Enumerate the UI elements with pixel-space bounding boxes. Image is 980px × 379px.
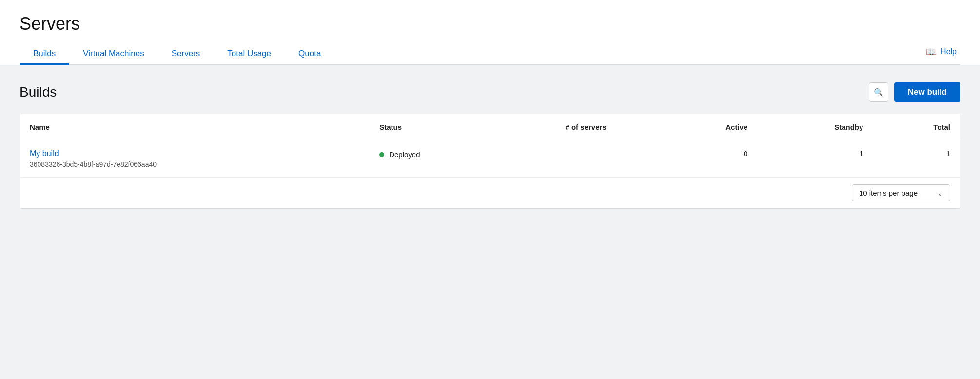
search-button[interactable]: 🔍 [869,82,888,102]
builds-table-container: Name Status # of servers Active Standby … [20,114,960,209]
section-title: Builds [20,84,57,100]
header-actions: 🔍 New build [869,82,960,102]
search-icon: 🔍 [874,88,883,97]
build-status-cell: Deployed [370,140,513,178]
help-link[interactable]: 📖 Help [926,46,960,61]
help-label: Help [941,47,957,56]
pagination-label: 10 items per page [859,189,918,197]
tab-navigation: Builds Virtual Machines Servers Total Us… [20,43,960,65]
status-indicator: Deployed [379,149,504,159]
col-header-status: Status [370,114,513,140]
section-header: Builds 🔍 New build [20,82,960,102]
table-footer: 10 items per page ⌄ [20,177,960,208]
tab-servers[interactable]: Servers [158,43,214,64]
build-name-cell: My build 36083326-3bd5-4b8f-a97d-7e82f06… [20,140,370,178]
chevron-down-icon: ⌄ [937,189,943,197]
col-header-servers: # of servers [513,114,658,140]
col-header-active: Active [658,114,757,140]
build-servers-cell [513,140,658,178]
tab-list: Builds Virtual Machines Servers Total Us… [20,43,334,64]
col-header-total: Total [873,114,960,140]
status-dot-green [379,152,384,157]
build-id: 36083326-3bd5-4b8f-a97d-7e82f066aa40 [30,160,157,168]
new-build-button[interactable]: New build [894,82,960,102]
help-icon: 📖 [926,46,937,57]
page-header: Servers Builds Virtual Machines Servers … [0,0,980,65]
col-header-name: Name [20,114,370,140]
tab-total-usage[interactable]: Total Usage [214,43,285,64]
build-name-link[interactable]: My build [30,149,360,158]
build-active-cell: 0 [658,140,757,178]
page-title: Servers [20,14,960,34]
tab-quota[interactable]: Quota [285,43,334,64]
col-header-standby: Standby [757,114,873,140]
table-header: Name Status # of servers Active Standby … [20,114,960,140]
table-body: My build 36083326-3bd5-4b8f-a97d-7e82f06… [20,140,960,178]
builds-table: Name Status # of servers Active Standby … [20,114,960,177]
tab-virtual-machines[interactable]: Virtual Machines [69,43,157,64]
content-area: Builds 🔍 New build Name Status # of serv… [0,65,980,379]
status-label: Deployed [389,150,420,159]
build-standby-cell: 1 [757,140,873,178]
pagination-select[interactable]: 10 items per page ⌄ [852,184,950,201]
build-total-cell: 1 [873,140,960,178]
table-row: My build 36083326-3bd5-4b8f-a97d-7e82f06… [20,140,960,178]
tab-builds[interactable]: Builds [20,43,69,64]
